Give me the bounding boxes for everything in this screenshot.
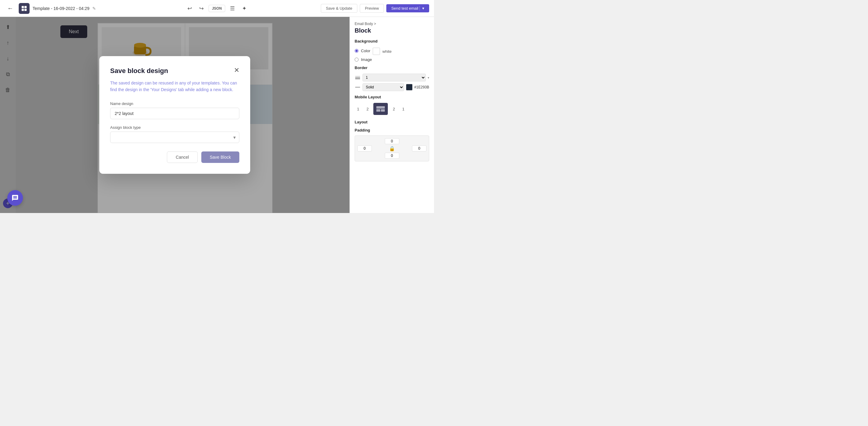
redo-button[interactable]: ↪ [197, 4, 206, 13]
padding-grid: 🔒 [354, 135, 429, 161]
border-section-title: Border [354, 65, 429, 70]
topbar: ← Template - 16-09-2022 - 04:29 ✎ ↩ ↪ JS… [0, 0, 434, 17]
mobile-layout-section: 1 2 2 1 [354, 103, 429, 115]
mobile-val-4: 1 [400, 106, 407, 112]
border-color-swatch[interactable] [406, 84, 412, 91]
canvas-area: ⬆ ↑ ↓ ⧉ 🗑 + Next [0, 17, 349, 213]
padding-bottom-input[interactable] [385, 153, 399, 159]
send-test-button[interactable]: Send test email ▾ [386, 4, 429, 12]
layout-section: Layout [354, 120, 429, 124]
modal-title: Save block design [110, 67, 168, 75]
image-radio[interactable] [354, 58, 359, 62]
panel-title: Block [354, 27, 429, 34]
right-panel: Email Body > Block Background Color whit… [349, 17, 434, 213]
modal-close-button[interactable]: ✕ [234, 67, 239, 74]
modal-header: Save block design ✕ [110, 67, 239, 75]
mobile-grid-active-icon [376, 106, 385, 111]
topbar-left: ← Template - 16-09-2022 - 04:29 ✎ [5, 3, 317, 14]
save-block-button[interactable]: Save Block [201, 152, 239, 163]
color-radio-label: Color [361, 48, 370, 53]
padding-left-input[interactable] [357, 145, 372, 152]
name-design-input[interactable] [110, 108, 239, 119]
name-design-label: Name design [110, 101, 239, 106]
border-lines-icon [354, 74, 361, 80]
preview-button[interactable]: Preview [360, 4, 384, 13]
border-width-row: 1 ▾ [354, 74, 429, 81]
modal-description: The saved design can be resused in any o… [110, 80, 239, 93]
color-row: white [373, 48, 392, 55]
padding-top-input[interactable] [385, 138, 399, 144]
magic-icon-button[interactable]: ✦ [240, 4, 249, 13]
breadcrumb: Email Body > [354, 22, 429, 26]
svg-rect-0 [22, 6, 24, 8]
svg-rect-2 [22, 8, 24, 10]
background-radio-group: Color white Image [354, 46, 429, 62]
color-value-label: white [382, 49, 392, 54]
padding-section-title: Padding [354, 128, 429, 132]
assign-block-type-label: Assign block type [110, 125, 239, 130]
border-width-chevron: ▾ [428, 76, 429, 79]
json-button[interactable]: JSON [209, 5, 225, 12]
lock-icon[interactable]: 🔒 [389, 146, 395, 152]
color-radio[interactable] [354, 49, 359, 53]
border-color-value: #1E293B [414, 85, 429, 89]
save-block-modal: Save block design ✕ The saved design can… [99, 56, 250, 174]
background-section-title: Background [354, 39, 429, 43]
mobile-options: 1 2 2 1 [354, 103, 429, 115]
save-update-button[interactable]: Save & Update [321, 4, 357, 13]
send-test-label: Send test email [391, 6, 418, 10]
border-style-select[interactable]: Solid [363, 83, 404, 91]
logo-icon [19, 3, 30, 14]
grid-cell-top-full [376, 106, 385, 109]
edit-icon[interactable]: ✎ [92, 6, 96, 11]
border-section: 1 ▾ Solid #1E293B [354, 74, 429, 91]
image-radio-row: Image [354, 57, 429, 62]
modal-actions: Cancel Save Block [110, 152, 239, 163]
padding-section: Padding 🔒 [354, 128, 429, 161]
svg-rect-1 [25, 6, 27, 8]
undo-button[interactable]: ↩ [185, 4, 194, 13]
back-button[interactable]: ← [5, 4, 16, 13]
template-icon-button[interactable]: ☰ [227, 4, 237, 13]
topbar-right: Save & Update Preview Send test email ▾ [321, 4, 429, 13]
padding-bottom-row [357, 153, 427, 159]
padding-right-input[interactable] [412, 145, 427, 152]
grid-cell-bot-right [381, 109, 385, 111]
mobile-val-1: 1 [354, 106, 362, 112]
chat-button[interactable] [7, 190, 23, 206]
border-style-icon [354, 84, 361, 90]
cancel-button[interactable]: Cancel [167, 152, 198, 163]
grid-cell-bot-left [376, 109, 380, 111]
main: ⬆ ↑ ↓ ⧉ 🗑 + Next [0, 17, 434, 213]
assign-block-type-select[interactable] [110, 132, 239, 143]
layout-section-title: Layout [354, 120, 429, 124]
image-radio-label: Image [361, 57, 372, 62]
mobile-val-3: 2 [390, 106, 397, 112]
mobile-grid-active-button[interactable] [373, 103, 388, 115]
padding-top-row [357, 138, 427, 144]
color-swatch[interactable] [373, 48, 380, 55]
send-test-caret[interactable]: ▾ [420, 6, 424, 10]
padding-mid-row: 🔒 [357, 145, 427, 152]
color-radio-row: Color white [354, 46, 429, 55]
topbar-center: ↩ ↪ JSON ☰ ✦ [185, 4, 249, 13]
assign-block-type-wrapper: ▾ [110, 132, 239, 143]
mobile-layout-section-title: Mobile Layout [354, 95, 429, 99]
mobile-val-2: 2 [364, 106, 371, 112]
template-name: Template - 16-09-2022 - 04:29 [33, 6, 89, 11]
border-style-row: Solid #1E293B [354, 83, 429, 91]
border-width-select[interactable]: 1 [363, 74, 426, 81]
svg-rect-3 [25, 8, 27, 10]
modal-overlay: Save block design ✕ The saved design can… [0, 17, 349, 213]
